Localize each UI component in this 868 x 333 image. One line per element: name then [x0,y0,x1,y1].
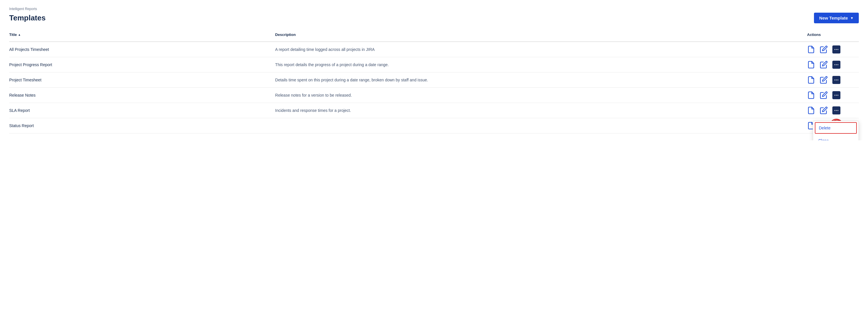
table-row: SLA Report Incidents and response times … [9,103,859,118]
row-title: Project Progress Report [9,59,275,70]
doc-icon[interactable] [807,61,815,69]
table-row: Project Progress Report This report deta… [9,57,859,72]
svg-point-10 [836,95,837,96]
row-title: Status Report [9,120,275,131]
svg-point-7 [836,80,837,81]
new-template-label: New Template [819,16,848,21]
dropdown-delete[interactable]: Delete [815,122,857,134]
svg-point-5 [838,64,838,65]
row-description: Details time spent on this project durin… [275,73,807,87]
table-row: Status Report [9,118,859,133]
col-header-title: Title ▲ [9,30,275,39]
row-actions [807,103,859,118]
col-header-description: Description [275,30,807,39]
sort-asc-icon: ▲ [18,33,21,36]
edit-icon[interactable] [820,91,828,99]
chevron-down-icon: ▼ [850,16,854,20]
more-options-icon[interactable] [832,61,840,69]
doc-icon[interactable] [807,107,815,115]
doc-icon[interactable] [807,91,815,99]
page-title: Templates [9,13,46,23]
edit-icon[interactable] [820,107,828,115]
table-row: All Projects Timesheet A report detailin… [9,42,859,57]
more-options-icon[interactable] [832,91,840,99]
more-options-icon[interactable] [832,46,840,54]
table-header: Title ▲ Description Actions [9,30,859,42]
edit-icon[interactable] [820,76,828,84]
row-title: Release Notes [9,89,275,101]
table-row: Project Timesheet Details time spent on … [9,72,859,88]
row-description: Release notes for a version to be releas… [275,89,807,102]
header-row: Templates New Template ▼ [9,13,859,23]
svg-point-4 [836,64,837,65]
row-description: A report detailing time logged across al… [275,43,807,56]
row-description: Incidents and response times for a proje… [275,104,807,117]
row-actions [807,88,859,103]
row-actions [807,57,859,72]
svg-point-11 [838,95,838,96]
row-actions [807,72,859,87]
svg-point-13 [836,110,837,111]
svg-point-8 [838,80,838,81]
svg-point-2 [838,49,838,50]
row-title: SLA Report [9,105,275,116]
svg-point-1 [836,49,837,50]
more-options-icon[interactable] [832,107,840,115]
edit-icon[interactable] [820,46,828,54]
svg-point-6 [834,80,835,81]
doc-icon[interactable] [807,76,815,84]
svg-point-9 [834,95,835,96]
doc-icon[interactable] [807,46,815,54]
edit-icon[interactable] [820,61,828,69]
dropdown-clone[interactable]: Clone [813,135,859,140]
row-description [275,122,807,129]
page-container: Intelligent Reports Templates New Templa… [0,0,868,140]
svg-point-0 [834,49,835,50]
row-actions [807,42,859,57]
more-options-icon[interactable] [832,76,840,84]
dropdown-menu: Delete Clone Export Permissions [813,121,859,140]
col-header-actions: Actions [807,30,859,39]
svg-point-12 [834,110,835,111]
new-template-button[interactable]: New Template ▼ [814,13,859,23]
breadcrumb: Intelligent Reports [9,7,859,11]
row-description: This report details the progress of a pr… [275,58,807,71]
templates-table: Title ▲ Description Actions All Projects… [9,30,859,133]
table-row: Release Notes Release notes for a versio… [9,88,859,103]
svg-point-3 [834,64,835,65]
row-title: All Projects Timesheet [9,44,275,55]
row-title: Project Timesheet [9,74,275,86]
svg-point-14 [838,110,838,111]
